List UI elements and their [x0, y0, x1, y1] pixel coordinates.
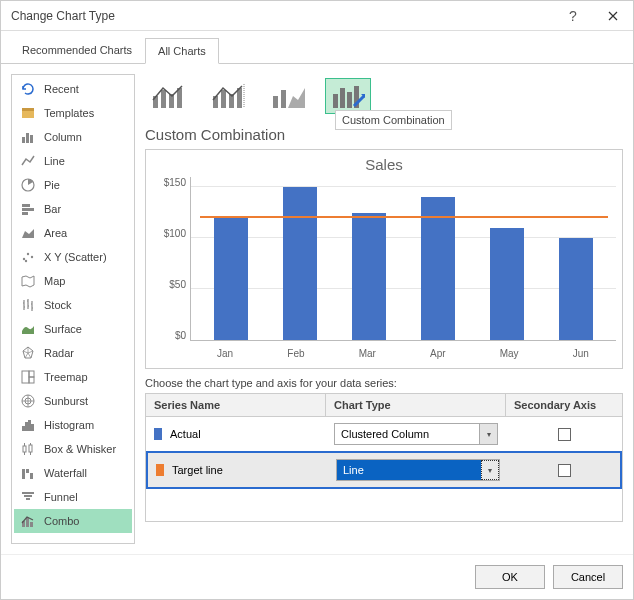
x-axis-labels: JanFebMarAprMayJun	[190, 348, 616, 359]
svg-rect-19	[25, 422, 28, 431]
sidebar-item-templates[interactable]: Templates	[14, 101, 132, 125]
series-row-actual[interactable]: Actual Clustered Column▾	[146, 416, 622, 451]
combo-subtype-3[interactable]	[265, 78, 311, 114]
chart-type-dropdown-actual[interactable]: Clustered Column▾	[334, 423, 498, 445]
sidebar-item-label: X Y (Scatter)	[44, 251, 107, 263]
svg-rect-42	[281, 90, 286, 108]
sidebar-item-radar[interactable]: Radar	[14, 341, 132, 365]
sidebar-item-line[interactable]: Line	[14, 149, 132, 173]
sidebar-item-label: Bar	[44, 203, 61, 215]
sidebar-item-area[interactable]: Area	[14, 221, 132, 245]
sidebar-item-histogram[interactable]: Histogram	[14, 413, 132, 437]
help-button[interactable]: ?	[553, 1, 593, 31]
column-icon	[20, 129, 36, 145]
secondary-axis-checkbox-actual[interactable]	[558, 428, 571, 441]
sidebar-item-column[interactable]: Column	[14, 125, 132, 149]
cancel-button[interactable]: Cancel	[553, 565, 623, 589]
sidebar-item-label: Surface	[44, 323, 82, 335]
sidebar-item-boxwhisker[interactable]: Box & Whisker	[14, 437, 132, 461]
ok-button[interactable]: OK	[475, 565, 545, 589]
svg-rect-6	[22, 204, 30, 207]
main-panel: Custom Combination Custom Combination Sa…	[145, 74, 623, 544]
sidebar-item-pie[interactable]: Pie	[14, 173, 132, 197]
sidebar-item-stock[interactable]: Stock	[14, 293, 132, 317]
close-button[interactable]	[593, 1, 633, 31]
svg-point-12	[25, 260, 27, 262]
sidebar-item-map[interactable]: Map	[14, 269, 132, 293]
series-table: Series Name Chart Type Secondary Axis Ac…	[145, 393, 623, 522]
header-chart-type: Chart Type	[326, 394, 506, 416]
sidebar-item-waterfall[interactable]: Waterfall	[14, 461, 132, 485]
sidebar-item-label: Area	[44, 227, 67, 239]
sidebar-item-recent[interactable]: Recent	[14, 77, 132, 101]
bar	[490, 228, 524, 340]
combo-subtype-1[interactable]	[145, 78, 191, 114]
legend-swatch	[154, 428, 162, 440]
area-icon	[20, 225, 36, 241]
bar	[352, 213, 386, 340]
svg-rect-20	[28, 420, 31, 431]
svg-rect-41	[273, 96, 278, 108]
chart-preview: Sales $150 $100 $50 $0 JanFebMarAprMayJu…	[145, 149, 623, 369]
svg-rect-22	[23, 446, 26, 452]
bar-icon	[20, 201, 36, 217]
sidebar-item-label: Stock	[44, 299, 72, 311]
sunburst-icon	[20, 393, 36, 409]
svg-rect-44	[340, 88, 345, 108]
svg-rect-8	[22, 212, 28, 215]
line-icon	[20, 153, 36, 169]
templates-icon	[20, 105, 36, 121]
sidebar-item-scatter[interactable]: X Y (Scatter)	[14, 245, 132, 269]
combo-subtype-custom[interactable]	[325, 78, 371, 114]
tab-all-charts[interactable]: All Charts	[145, 38, 219, 64]
sidebar-item-treemap[interactable]: Treemap	[14, 365, 132, 389]
header-secondary-axis: Secondary Axis	[506, 394, 622, 416]
series-name: Actual	[170, 428, 201, 440]
funnel-icon	[20, 489, 36, 505]
legend-swatch	[156, 464, 164, 476]
bar	[421, 197, 455, 340]
svg-rect-28	[24, 495, 32, 497]
tab-recommended[interactable]: Recommended Charts	[9, 37, 145, 63]
window-title: Change Chart Type	[11, 9, 553, 23]
chevron-down-icon: ▾	[481, 460, 499, 480]
chart-type-dropdown-target[interactable]: Line▾	[336, 459, 500, 481]
series-header: Series Name Chart Type Secondary Axis	[146, 394, 622, 416]
svg-rect-43	[333, 94, 338, 108]
svg-rect-1	[22, 108, 34, 111]
combo-icon	[20, 513, 36, 529]
sidebar-item-label: Waterfall	[44, 467, 87, 479]
bar	[559, 238, 593, 340]
svg-point-11	[31, 256, 33, 258]
svg-rect-45	[347, 92, 352, 108]
series-row-target[interactable]: Target line Line▾	[146, 451, 622, 489]
svg-rect-3	[26, 133, 29, 143]
secondary-axis-checkbox-target[interactable]	[558, 464, 571, 477]
svg-rect-14	[29, 371, 34, 377]
sidebar-item-bar[interactable]: Bar	[14, 197, 132, 221]
title-bar: Change Chart Type ?	[1, 1, 633, 31]
sidebar-item-sunburst[interactable]: Sunburst	[14, 389, 132, 413]
header-series-name: Series Name	[146, 394, 326, 416]
svg-rect-2	[22, 137, 25, 143]
sidebar-item-surface[interactable]: Surface	[14, 317, 132, 341]
sidebar-item-funnel[interactable]: Funnel	[14, 485, 132, 509]
combo-subtype-row: Custom Combination	[145, 74, 623, 122]
chart-title: Sales	[152, 156, 616, 173]
svg-rect-25	[26, 469, 29, 473]
combo-subtype-2[interactable]	[205, 78, 251, 114]
sidebar-item-label: Recent	[44, 83, 79, 95]
series-name: Target line	[172, 464, 223, 476]
sidebar-item-label: Radar	[44, 347, 74, 359]
treemap-icon	[20, 369, 36, 385]
sidebar-item-label: Treemap	[44, 371, 88, 383]
sidebar-item-label: Column	[44, 131, 82, 143]
svg-rect-13	[22, 371, 29, 383]
scatter-icon	[20, 249, 36, 265]
svg-rect-27	[22, 492, 34, 494]
sidebar-item-label: Funnel	[44, 491, 78, 503]
series-instruction: Choose the chart type and axis for your …	[145, 377, 623, 389]
svg-rect-29	[26, 498, 30, 500]
sidebar-item-combo[interactable]: Combo	[14, 509, 132, 533]
bar	[214, 218, 248, 340]
